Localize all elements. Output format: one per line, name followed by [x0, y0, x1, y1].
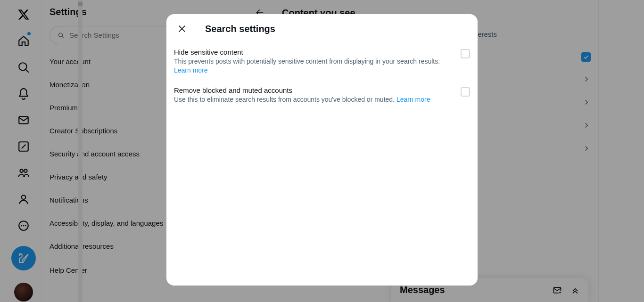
option-description: This prevents posts with potentially sen… [174, 57, 455, 75]
option-description: Use this to eliminate search results fro… [174, 95, 455, 104]
modal-header: Search settings [166, 14, 478, 43]
option-title: Remove blocked and muted accounts [174, 86, 455, 94]
option-desc-text: Use this to eliminate search results fro… [174, 96, 395, 103]
learn-more-link[interactable]: Learn more [174, 66, 208, 74]
option-remove-blocked: Remove blocked and muted accounts Use th… [166, 82, 478, 111]
checkbox-remove-blocked[interactable] [461, 87, 470, 97]
checkbox-hide-sensitive[interactable] [461, 49, 470, 58]
learn-more-link[interactable]: Learn more [396, 96, 430, 103]
option-title: Hide sensitive content [174, 48, 455, 56]
modal-title: Search settings [205, 24, 275, 34]
option-desc-text: This prevents posts with potentially sen… [174, 57, 440, 65]
modal-close-button[interactable] [174, 21, 190, 37]
option-hide-sensitive: Hide sensitive content This prevents pos… [166, 43, 478, 82]
search-settings-modal: Search settings Hide sensitive content T… [166, 14, 478, 286]
close-icon [177, 24, 187, 33]
